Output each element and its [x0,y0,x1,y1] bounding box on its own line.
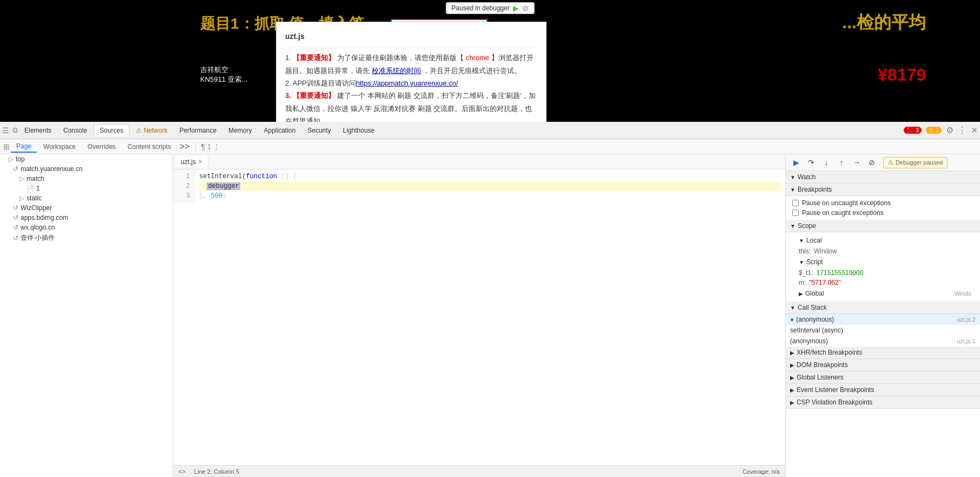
file-tree-item-bdimg[interactable]: ↺ apps.bdimg.com [0,213,173,223]
file-tree-item-1[interactable]: 📄 1 [0,184,173,193]
sidebar-toggle-icon[interactable]: ☰ [2,126,9,135]
step-button[interactable]: → [851,156,863,168]
code-line-2: debugger [199,181,781,191]
debugger-toolbar: ▶ ↷ ↓ ↑ → ⊘ ⚠ Debugger paused [786,154,980,171]
scope-section-header[interactable]: ▼ Scope [786,220,980,232]
watch-arrow-icon: ▼ [790,174,795,180]
dom-arrow-icon: ▶ [790,362,794,368]
breakpoints-section-body: Pause on uncaught exceptions Pause on ca… [786,196,980,220]
expand-icon: ↺ [13,214,18,221]
global-scope-header[interactable]: ▶ Global Windo [790,287,976,299]
price-display: ¥8179 [878,65,926,85]
file-tree-item-match[interactable]: ↺ match.yuanrenxue.cn [0,164,173,174]
tab-elements[interactable]: Elements [19,125,57,136]
scope-this-item: this: Window [797,246,976,256]
step-into-button[interactable]: ↓ [820,156,832,168]
devtools-right-icons: 🚫 3 ⚠ 1 ⚙ ⋮ ✕ [904,125,978,135]
line-wrap-icon[interactable]: ¶ [201,142,206,151]
expand-icon: ↺ [13,165,18,173]
code-line-1: setInterval(function () { [199,172,781,181]
pause-caught-checkbox[interactable] [792,210,799,216]
webpage-preview: Paused in debugger ▶ ⊘ 题目1：抓取 值，填入答... .… [0,0,980,122]
step-over-button[interactable]: ↷ [805,156,817,168]
tab-lighthouse[interactable]: Lighthouse [338,125,380,136]
devtools-more-icon[interactable]: ⋮ [958,125,966,135]
file-tree-item-static[interactable]: ▷ static [0,193,173,203]
step-out-button[interactable]: ↑ [836,156,847,168]
call-stack-item-anonymous2[interactable]: (anonymous) uzt.js:1 [786,336,980,347]
expand-icon: ↺ [13,204,18,212]
subtab-content-scripts[interactable]: Content scripts [122,141,176,152]
folder-icon: ▷ [19,175,24,182]
file-tree-item-qlogo[interactable]: ↺ wx.qlogo.cn [0,223,173,232]
call-stack-section-header[interactable]: ▼ Call Stack [786,302,980,314]
tab-memory[interactable]: Memory [223,125,257,136]
file-tree-panel: ▷ top ↺ match.yuanrenxue.cn ▷ match 📄 1 … [0,154,173,477]
editor-tab-uzt[interactable]: uzt.js ✕ [175,156,208,167]
tab-security[interactable]: Security [302,125,336,136]
popup-title: uzt.js [285,30,537,47]
code-lines: 1 2 3 setInterval(function () { debugger… [173,169,785,203]
xhr-breakpoints-header[interactable]: ▶ XHR/fetch Breakpoints [786,347,980,359]
csp-violation-breakpoints-header[interactable]: ▶ CSP Violation Breakpoints [786,396,980,409]
tab-console[interactable]: Console [58,125,93,136]
warn-badge: ⚠ 1 [926,127,942,134]
line-numbers: 1 2 3 [173,169,195,203]
folder-icon: ▷ [9,155,14,163]
airline-info: 吉祥航空 KN5911 亚索... [200,65,247,84]
call-stack-item-setinterval[interactable]: setInterval (async) [786,325,980,336]
tab-application[interactable]: Application [258,125,301,136]
global-listeners-header[interactable]: ▶ Global Listeners [786,371,980,384]
watch-section-header[interactable]: ▼ Watch [786,171,980,184]
script-scope-header[interactable]: ▼ Script [790,256,976,268]
dock-icon[interactable]: ⧉ [12,126,18,135]
call-stack-item-anonymous1[interactable]: ●(anonymous) uzt.js:2 [786,314,980,325]
breakpoints-section-header[interactable]: ▼ Breakpoints [786,184,980,196]
resume-execution-button[interactable]: ▶ [790,156,802,168]
subtab-more-icon[interactable]: >> [177,142,192,152]
resume-button[interactable]: ▶ [513,4,519,12]
subtab-page[interactable]: Page [11,141,37,153]
editor-more-icon[interactable]: ⋮ [213,143,220,151]
event-listener-breakpoints-header[interactable]: ▶ Event Listener Breakpoints [786,384,980,396]
source-editor-panel: uzt.js ✕ 1 2 3 setInterval(function () {… [173,154,785,477]
pause-caught-item[interactable]: Pause on caught exceptions [790,208,976,218]
local-scope-header[interactable]: ▼ Local [790,234,976,246]
editor-tab-bar: uzt.js ✕ [173,154,785,169]
tab-performance[interactable]: Performance [174,125,222,136]
format-icon[interactable]: <> [179,468,186,475]
subtab-divider [195,142,196,151]
subtab-overrides[interactable]: Overrides [82,141,121,152]
webpage-right-title: ...检的平均 [842,11,926,35]
subtab-workspace[interactable]: Workspace [38,141,81,152]
error-badge: 🚫 3 [904,127,922,134]
pause-uncaught-checkbox[interactable] [792,200,799,206]
file-tree-item-match-folder[interactable]: ▷ match [0,174,173,184]
call-stack-arrow-icon: ▼ [790,305,795,311]
devtools-settings-icon[interactable]: ⚙ [946,125,953,135]
tab-sources[interactable]: Sources [94,124,129,136]
dom-breakpoints-header[interactable]: ▶ DOM Breakpoints [786,359,980,371]
editor-tab-close-icon[interactable]: ✕ [198,159,202,165]
deactivate-breakpoints-button[interactable]: ⊘ [866,156,878,168]
devtools-main-content: ▷ top ↺ match.yuanrenxue.cn ▷ match 📄 1 … [0,154,980,477]
file-tree-item-top[interactable]: ▷ top [0,154,173,164]
file-tree-item-plugin[interactable]: ↺ 壹伴·小插件 [0,232,173,244]
tab-network[interactable]: ⚠ Network [130,125,173,136]
line-num-icon[interactable]: 1 [207,143,211,151]
csp-arrow-icon: ▶ [790,400,794,406]
split-view-icon[interactable]: ⊞ [3,142,10,151]
code-editor[interactable]: 1 2 3 setInterval(function () { debugger… [173,169,785,465]
editor-status-bar: <> Line 2, Column 5 Coverage: n/a [173,465,785,477]
file-icon: 📄 [26,185,34,192]
pause-button[interactable]: ⊘ [522,4,529,12]
active-frame-dot: ● [790,316,794,323]
popup-notification: uzt.js 1. 【重要通知】 为了保证最佳刷题体验，请您使用新版【 chro… [276,22,547,122]
call-stack-body: ●(anonymous) uzt.js:2 setInterval (async… [786,314,980,347]
devtools-close-button[interactable]: ✕ [971,125,978,135]
file-tree-item-wizClipper[interactable]: ↺ WizClipper [0,203,173,213]
warning-icon: ⚠ [888,159,893,166]
paused-label: Paused in debugger [451,4,509,12]
popup-content: 1. 【重要通知】 为了保证最佳刷题体验，请您使用新版【 chrome 】浏览器… [285,51,537,122]
pause-uncaught-item[interactable]: Pause on uncaught exceptions [790,198,976,208]
